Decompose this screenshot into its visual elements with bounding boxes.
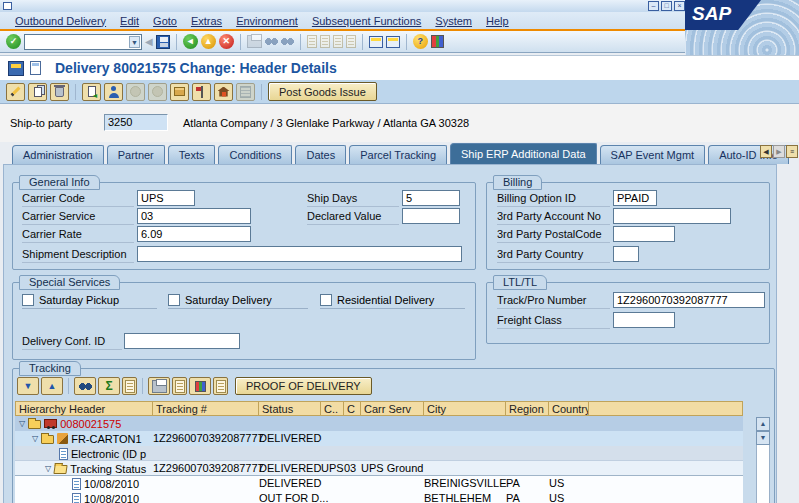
new-session-icon[interactable] — [369, 36, 383, 48]
third-party-country-field[interactable] — [613, 246, 639, 262]
carrier-service-field[interactable] — [137, 208, 251, 224]
column-header[interactable]: Status — [259, 401, 321, 416]
menu-subsequent-functions[interactable]: Subsequent Functions — [312, 15, 421, 27]
history-back-icon[interactable]: ◀ — [145, 36, 153, 47]
column-header[interactable]: C — [344, 401, 361, 416]
sort-descending-button[interactable]: ▼ — [17, 377, 39, 395]
scroll-up-icon[interactable]: ▲ — [756, 417, 770, 431]
table-row[interactable]: 10/08/2010 DELIVERED BREINIGSVILLE PA US — [15, 476, 743, 491]
previous-page-icon[interactable] — [320, 35, 330, 48]
sort-ascending-button[interactable]: ▲ — [41, 377, 63, 395]
third-party-postal-field[interactable] — [613, 226, 675, 242]
menu-goto[interactable]: Goto — [153, 15, 177, 27]
billing-option-id-field[interactable] — [613, 190, 657, 206]
menu-extras[interactable]: Extras — [191, 15, 222, 27]
saturday-pickup-checkbox[interactable] — [22, 294, 34, 306]
third-party-account-field[interactable] — [613, 208, 731, 224]
copy-button[interactable] — [28, 83, 47, 101]
print-button[interactable] — [148, 377, 170, 395]
scroll-down-icon[interactable]: ▼ — [756, 431, 770, 445]
proof-of-delivery-button[interactable]: PROOF OF DELIVERY — [235, 377, 372, 395]
expander-icon[interactable]: ▽ — [32, 434, 38, 444]
table-row[interactable]: ▽ Tracking Status 1Z2960070392087777 DEL… — [15, 461, 743, 476]
column-header[interactable]: Tracking # — [153, 401, 259, 416]
export-spreadsheet-button[interactable] — [189, 377, 211, 395]
subtotal-button[interactable] — [122, 377, 137, 395]
column-header[interactable]: Country — [549, 401, 589, 416]
first-page-icon[interactable] — [307, 35, 317, 48]
enter-icon[interactable]: ✓ — [6, 34, 21, 49]
exit-icon[interactable]: ▲ — [201, 34, 216, 49]
tab-ship-erp-additional-data[interactable]: Ship ERP Additional Data — [450, 143, 597, 164]
minimize-button[interactable]: – — [648, 1, 659, 11]
chevron-down-icon[interactable]: ▼ — [129, 36, 140, 48]
carrier-code-field[interactable] — [137, 190, 195, 206]
tab-list-icon[interactable]: ≡ — [786, 145, 798, 158]
partner-button[interactable] — [104, 83, 123, 101]
delete-button[interactable] — [50, 83, 69, 101]
expander-icon[interactable]: ▽ — [19, 419, 25, 429]
post-document-button[interactable] — [82, 83, 101, 101]
cancel-icon[interactable]: ✕ — [219, 34, 234, 49]
carrier-rate-field[interactable] — [137, 226, 251, 242]
last-page-icon[interactable] — [346, 35, 356, 48]
table-row[interactable]: 10/08/2010 OUT FOR D... BETHLEHEM PA US — [15, 491, 743, 503]
tab-partner[interactable]: Partner — [107, 145, 165, 164]
tab-sap-event-mgmt[interactable]: SAP Event Mgmt — [600, 145, 706, 164]
goods-issue-button[interactable] — [214, 83, 233, 101]
tab-scroll-right-icon[interactable]: ▶ — [773, 145, 785, 158]
create-shortcut-icon[interactable] — [386, 36, 400, 48]
tab-dates[interactable]: Dates — [295, 145, 346, 164]
ship-to-value-field[interactable]: 3250 — [104, 114, 168, 131]
tab-conditions[interactable]: Conditions — [218, 145, 292, 164]
saturday-delivery-checkbox[interactable] — [168, 294, 180, 306]
menu-outbound-delivery[interactable]: Outbound Delivery — [15, 15, 106, 27]
column-header[interactable]: Hierarchy Header — [15, 401, 153, 416]
customize-layout-icon[interactable] — [431, 35, 444, 48]
menu-help[interactable]: Help — [486, 15, 509, 27]
transaction-icon[interactable] — [8, 61, 24, 76]
table-row[interactable]: ▽ 0080021575 — [15, 416, 743, 431]
back-icon[interactable]: ◄ — [183, 34, 198, 49]
column-header[interactable]: Region — [506, 401, 549, 416]
export-list-button[interactable] — [172, 377, 187, 395]
save-icon[interactable] — [156, 35, 170, 49]
tab-scroll-left-icon[interactable]: ◀ — [760, 145, 772, 158]
shipment-description-field[interactable] — [137, 246, 462, 262]
freight-class-field[interactable] — [613, 312, 675, 328]
delivery-conf-id-field[interactable] — [124, 333, 240, 349]
close-button[interactable]: × — [674, 1, 685, 11]
sum-button[interactable]: Σ — [98, 377, 120, 395]
maximize-button[interactable]: □ — [661, 1, 672, 11]
expander-icon[interactable]: ▽ — [45, 464, 51, 474]
command-input[interactable]: ▼ — [24, 34, 142, 50]
loading-button[interactable] — [192, 83, 211, 101]
column-header[interactable]: C.. — [321, 401, 344, 416]
next-page-icon[interactable] — [333, 35, 343, 48]
table-row[interactable]: Electronic (ID p — [15, 446, 743, 461]
packing-button[interactable] — [170, 83, 189, 101]
scrollbar-track[interactable] — [756, 445, 770, 503]
column-header[interactable]: Carr Serv — [361, 401, 424, 416]
menu-edit[interactable]: Edit — [120, 15, 139, 27]
system-menu-icon[interactable] — [3, 2, 12, 10]
find-icon[interactable] — [265, 37, 278, 46]
post-goods-issue-button[interactable]: Post Goods Issue — [268, 82, 377, 101]
menu-system[interactable]: System — [435, 15, 472, 27]
table-row[interactable]: ▽ FR-CARTON1 1Z2960070392087777 DELIVERE… — [15, 431, 743, 446]
column-header[interactable]: City — [424, 401, 506, 416]
layout-button[interactable] — [213, 377, 228, 395]
tab-parcel-tracking[interactable]: Parcel Tracking — [349, 145, 447, 164]
declared-value-field[interactable] — [402, 208, 460, 224]
display-change-button[interactable] — [6, 83, 25, 101]
tab-administration[interactable]: Administration — [12, 145, 104, 164]
print-icon[interactable] — [247, 35, 262, 48]
find-button[interactable] — [74, 377, 96, 395]
residential-delivery-checkbox[interactable] — [320, 294, 332, 306]
help-icon[interactable]: ? — [413, 34, 428, 49]
menu-environment[interactable]: Environment — [236, 15, 298, 27]
ship-days-field[interactable] — [402, 190, 460, 206]
find-next-icon[interactable] — [281, 37, 294, 46]
track-pro-number-field[interactable] — [613, 292, 765, 308]
tab-texts[interactable]: Texts — [168, 145, 216, 164]
